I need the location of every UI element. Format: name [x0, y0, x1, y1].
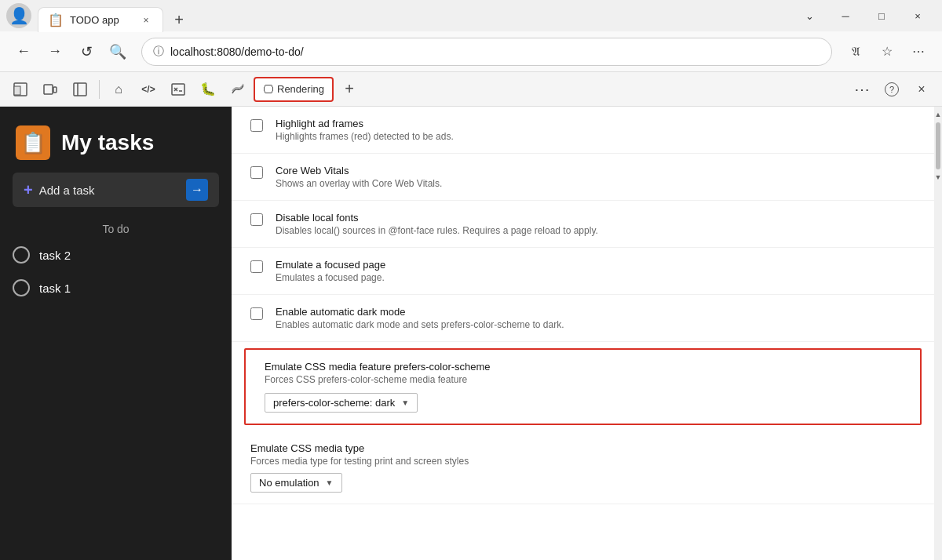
console-icon[interactable] — [164, 75, 192, 104]
scrollbar-thumb[interactable] — [936, 122, 940, 169]
svg-rect-1 — [14, 86, 20, 95]
media-type-dropdown-arrow-icon: ▼ — [326, 478, 334, 487]
prefers-color-scheme-title: Emulate CSS media feature prefers-color-… — [265, 361, 901, 373]
media-type-value: No emulation — [259, 477, 319, 489]
titlebar: 👤 📋 TODO app × + ⌄ ─ □ × — [0, 0, 942, 31]
task-name: task 1 — [39, 282, 71, 295]
panel-item-media-type: Emulate CSS media type Forces media type… — [232, 431, 934, 504]
new-tab-button[interactable]: + — [166, 7, 192, 32]
browser-more-button[interactable]: ⋯ — [904, 38, 933, 66]
auto-dark-desc: Enables automatic dark mode and sets pre… — [276, 319, 564, 330]
addressbar-actions: 𝔄 ☆ ⋯ — [842, 38, 933, 66]
prefers-color-scheme-dropdown[interactable]: prefers-color-scheme: dark ▼ — [265, 393, 418, 413]
rendering-tab[interactable]: 🖵 Rendering — [254, 77, 334, 102]
scrollbar-up-button[interactable]: ▲ — [934, 108, 942, 121]
scrollbar-down-button[interactable]: ▼ — [934, 171, 942, 184]
tab-icon: 📋 — [48, 13, 64, 27]
panel-item-disable-local-fonts: Disable local fonts Disables local() sou… — [232, 201, 934, 248]
maximize-button[interactable]: □ — [864, 3, 900, 28]
panel-content-row: Highlight ad frames Highlights frames (r… — [232, 107, 942, 560]
disable-local-fonts-checkbox[interactable] — [250, 213, 263, 226]
devtools-toolbar: ⌂ </> 🐛 🖵 Rendering + ⋯ ? × — [0, 72, 942, 107]
tab-bar: 📋 TODO app × + — [38, 0, 791, 31]
sidebar-header: 📋 My tasks — [0, 107, 232, 173]
forward-button[interactable]: → — [41, 38, 69, 66]
disable-local-fonts-desc: Disables local() sources in @font-face r… — [276, 225, 598, 236]
reading-mode-button[interactable]: 𝔄 — [842, 38, 870, 66]
core-web-vitals-desc: Shows an overlay with Core Web Vitals. — [276, 178, 442, 189]
browser-window: 👤 📋 TODO app × + ⌄ ─ □ × ← → ↺ 🔍 ⓘ local… — [0, 0, 942, 560]
task-item-task2[interactable]: task 2 — [0, 238, 232, 271]
add-task-arrow-icon: → — [186, 179, 208, 201]
disable-local-fonts-title: Disable local fonts — [276, 212, 598, 224]
app-logo: 📋 — [16, 125, 50, 160]
refresh-button[interactable]: ↺ — [72, 38, 100, 66]
devtools-help-button[interactable]: ? — [878, 75, 906, 104]
highlight-ad-desc: Highlights frames (red) detected to be a… — [276, 131, 454, 142]
active-tab[interactable]: 📋 TODO app × — [38, 7, 163, 32]
home-icon[interactable]: ⌂ — [104, 75, 133, 104]
sidebar-toggle-button[interactable] — [66, 75, 94, 104]
media-type-title: Emulate CSS media type — [250, 442, 469, 454]
close-button[interactable]: × — [900, 3, 936, 28]
add-panel-button[interactable]: + — [335, 75, 363, 104]
toolbar-separator — [99, 80, 100, 99]
prefers-color-scheme-section: Emulate CSS media feature prefers-color-… — [244, 348, 922, 425]
code-icon[interactable]: </> — [134, 75, 162, 104]
rendering-tab-label: Rendering — [277, 83, 324, 95]
minimize-button[interactable]: ─ — [827, 3, 864, 28]
panel-content: Highlight ad frames Highlights frames (r… — [232, 107, 934, 560]
panel-scrollbar[interactable]: ▲ ▼ — [934, 107, 942, 560]
emulate-focused-desc: Emulates a focused page. — [276, 272, 385, 283]
media-type-dropdown[interactable]: No emulation ▼ — [250, 473, 342, 493]
svg-rect-6 — [172, 84, 184, 95]
back-button[interactable]: ← — [9, 38, 38, 66]
core-web-vitals-title: Core Web Vitals — [276, 165, 442, 176]
chevron-down-icon[interactable]: ⌄ — [791, 3, 827, 28]
panel-item-emulate-focused: Emulate a focused page Emulates a focuse… — [232, 248, 934, 295]
search-button[interactable]: 🔍 — [104, 38, 132, 66]
bug-icon[interactable]: 🐛 — [194, 75, 222, 104]
svg-rect-2 — [44, 85, 53, 94]
tab-close-button[interactable]: × — [139, 13, 153, 27]
devtools-panel: Highlight ad frames Highlights frames (r… — [232, 107, 942, 560]
window-controls: ⌄ ─ □ × — [791, 3, 936, 28]
emulate-focused-checkbox[interactable] — [250, 260, 263, 273]
svg-rect-3 — [53, 87, 57, 93]
panel-item-auto-dark: Enable automatic dark mode Enables autom… — [232, 295, 934, 342]
task-circle-icon — [13, 246, 30, 264]
network-icon[interactable] — [224, 75, 252, 104]
task-item-task1[interactable]: task 1 — [0, 271, 232, 304]
main-area: 📋 My tasks + Add a task → To do task 2 t… — [0, 107, 942, 560]
media-type-desc: Forces media type for testing print and … — [250, 456, 469, 467]
prefers-color-scheme-value: prefers-color-scheme: dark — [273, 397, 395, 409]
task-name: task 2 — [39, 249, 71, 262]
page-info-icon: ⓘ — [153, 45, 164, 59]
dropdown-arrow-icon: ▼ — [401, 398, 409, 407]
tab-title: TODO app — [70, 14, 133, 26]
add-task-button[interactable]: + Add a task → — [13, 173, 219, 207]
highlight-ad-checkbox[interactable] — [250, 119, 263, 132]
auto-dark-checkbox[interactable] — [250, 307, 263, 320]
url-display: localhost:8080/demo-to-do/ — [170, 45, 820, 58]
devtools-close-button[interactable]: × — [907, 75, 936, 104]
emulate-focused-title: Emulate a focused page — [276, 259, 385, 271]
user-avatar: 👤 — [6, 3, 31, 28]
prefers-color-scheme-desc: Forces CSS prefers-color-scheme media fe… — [265, 374, 901, 385]
rendering-tab-icon: 🖵 — [263, 83, 274, 96]
section-label: To do — [0, 216, 232, 238]
device-toolbar-button[interactable] — [36, 75, 64, 104]
favorites-button[interactable]: ☆ — [873, 38, 901, 66]
inspect-tool-button[interactable] — [6, 75, 35, 104]
highlight-ad-title: Highlight ad frames — [276, 118, 454, 129]
address-bar-input[interactable]: ⓘ localhost:8080/demo-to-do/ — [141, 38, 832, 66]
todo-sidebar: 📋 My tasks + Add a task → To do task 2 t… — [0, 107, 232, 560]
devtools-more-button[interactable]: ⋯ — [848, 75, 876, 104]
add-task-label: Add a task — [39, 184, 180, 197]
app-title: My tasks — [61, 130, 154, 155]
auto-dark-title: Enable automatic dark mode — [276, 306, 564, 318]
svg-rect-4 — [74, 83, 86, 96]
add-task-plus-icon: + — [24, 181, 33, 199]
addressbar: ← → ↺ 🔍 ⓘ localhost:8080/demo-to-do/ 𝔄 ☆… — [0, 31, 942, 72]
core-web-vitals-checkbox[interactable] — [250, 166, 263, 179]
